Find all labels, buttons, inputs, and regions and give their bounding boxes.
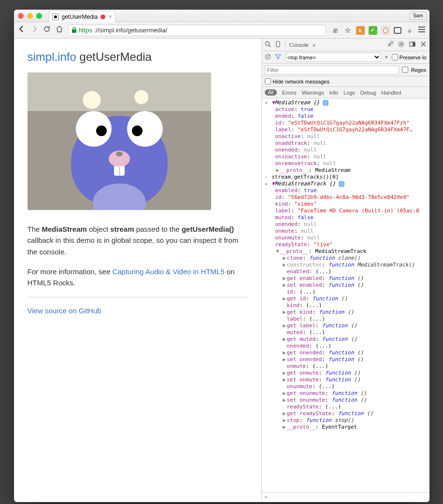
favicon-icon — [52, 14, 59, 20]
svg-point-1 — [265, 42, 269, 45]
svg-point-4 — [400, 43, 402, 45]
regex-checkbox[interactable] — [402, 67, 408, 73]
level-errors[interactable]: Errors — [282, 90, 297, 96]
divider — [28, 297, 248, 297]
reload-button[interactable] — [43, 25, 51, 35]
devtools-filter-bar: Regex — [262, 64, 429, 76]
svg-rect-6 — [413, 42, 415, 46]
capturing-link[interactable]: Capturing Audio & Video in HTML5 — [112, 267, 224, 276]
regex-label: Regex — [411, 67, 427, 73]
url-path: ://simpl.info/getusermedia/ — [94, 27, 168, 34]
level-handled[interactable]: Handled — [381, 90, 401, 96]
devtools-context-bar: <top frame> ▾ Preserve lo — [262, 51, 429, 64]
heading-link[interactable]: simpl.info — [28, 50, 76, 63]
address-bar[interactable]: https://simpl.info/getusermedia/ — [68, 25, 326, 36]
preserve-log-label: Preserve lo — [400, 55, 427, 60]
more-tabs-icon[interactable]: » — [313, 42, 315, 48]
clear-console-icon[interactable] — [265, 54, 271, 61]
url-scheme: https — [79, 27, 92, 34]
toolbar: https://simpl.info/getusermedia/ ⎚ ☆ k ✓… — [14, 22, 429, 39]
svg-rect-3 — [391, 42, 393, 43]
level-info[interactable]: Info — [329, 90, 338, 96]
close-tab-icon[interactable]: × — [108, 13, 112, 20]
video-preview — [28, 72, 211, 210]
back-button[interactable] — [18, 25, 26, 35]
maximize-window-button[interactable] — [36, 13, 42, 19]
lock-icon — [71, 27, 77, 33]
console-tab[interactable]: Console — [289, 42, 309, 48]
console-prompt[interactable]: > — [262, 492, 429, 502]
browser-tab[interactable]: getUserMedia × — [49, 11, 115, 22]
extension-icons: ⎚ ☆ k ✓ ◯ ⏚ — [331, 26, 426, 35]
devtools-hide-bar: Hide network messages — [262, 76, 429, 87]
level-debug[interactable]: Debug — [360, 90, 376, 96]
view-source-link[interactable]: View source on GitHub — [28, 307, 101, 315]
devtools-level-bar: All Errors Warnings Info Logs Debug Hand… — [262, 87, 429, 98]
extension-icon-device[interactable]: ⏚ — [405, 26, 414, 35]
filter-funnel-icon[interactable] — [275, 54, 281, 61]
profile-badge[interactable]: Sam — [410, 12, 427, 20]
hamburger-menu-icon[interactable] — [418, 26, 426, 35]
console-output[interactable]: ◂ ▼MediaStream {} i active: true ended: … — [262, 98, 429, 492]
nav-buttons — [18, 25, 63, 35]
device-mode-icon[interactable] — [275, 41, 281, 48]
preserve-log-checkbox[interactable] — [392, 54, 398, 60]
window-controls — [18, 13, 42, 19]
home-button[interactable] — [56, 25, 63, 35]
paragraph-2: For more information, see Capturing Audi… — [28, 266, 248, 289]
page-heading: simpl.info getUserMedia — [28, 50, 248, 64]
paragraph-1: The MediaStream object stream passed to … — [28, 224, 248, 257]
content-area: simpl.info getUserMedia The MediaStream … — [14, 39, 429, 502]
level-logs[interactable]: Logs — [343, 90, 355, 96]
cast-icon[interactable] — [394, 27, 401, 34]
minimize-window-button[interactable] — [27, 13, 33, 19]
close-devtools-icon[interactable] — [420, 41, 427, 48]
page-content: simpl.info getUserMedia The MediaStream … — [14, 39, 261, 502]
forward-button[interactable] — [30, 25, 38, 35]
devtools-toolbar: Console » — [262, 39, 429, 51]
show-drawer-icon[interactable] — [387, 41, 393, 48]
devtools-panel: Console » <top frame> ▾ Preserve — [261, 39, 429, 502]
recording-indicator-icon — [100, 14, 105, 19]
extension-icon-k[interactable]: k — [356, 26, 365, 35]
extension-icon-o[interactable]: ◯ — [381, 26, 390, 35]
extension-icon-check[interactable]: ✓ — [369, 26, 377, 35]
gopher-image — [71, 116, 168, 208]
svg-rect-0 — [72, 29, 76, 33]
hide-network-label: Hide network messages — [273, 79, 329, 84]
browser-window: getUserMedia × Sam https://simpl.info/ge… — [14, 10, 429, 502]
inspect-icon[interactable] — [265, 41, 271, 48]
dock-icon[interactable] — [409, 41, 415, 48]
level-all[interactable]: All — [265, 89, 277, 96]
frame-select[interactable]: <top frame> — [285, 53, 381, 62]
heading-text: getUserMedia — [76, 50, 152, 63]
close-window-button[interactable] — [18, 13, 24, 19]
svg-rect-2 — [276, 42, 280, 47]
bookmark-star-icon[interactable]: ☆ — [343, 26, 352, 35]
tab-title: getUserMedia — [62, 14, 98, 20]
filter-input[interactable] — [265, 66, 399, 74]
level-warnings[interactable]: Warnings — [302, 90, 324, 96]
hide-network-checkbox[interactable] — [265, 78, 271, 84]
settings-gear-icon[interactable] — [398, 41, 404, 48]
camera-indicator-icon[interactable]: ⎚ — [331, 26, 340, 35]
titlebar: getUserMedia × Sam — [14, 10, 429, 22]
